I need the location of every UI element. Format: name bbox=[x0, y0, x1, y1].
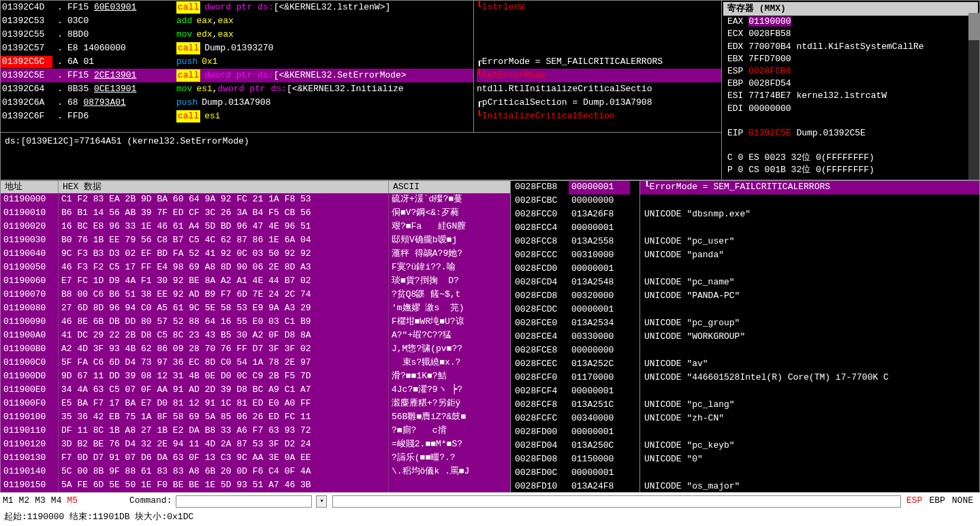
register-row[interactable] bbox=[723, 139, 978, 152]
stack-val: 00320000 bbox=[569, 290, 630, 303]
register-row[interactable]: ESP 0028FCB8 bbox=[723, 65, 978, 78]
hex-row[interactable]: 01190010B6 B1 14 56 AB 39 7F ED CF 3C 26… bbox=[1, 207, 510, 220]
stack-addresses[interactable]: 0028FCB8000000010028FCBC000000000028FCC0… bbox=[511, 181, 640, 492]
stack-row[interactable]: 0028FCD4013A2548 bbox=[511, 276, 639, 290]
m4-label[interactable]: M4 bbox=[51, 495, 62, 507]
stack-row[interactable]: 0028FCC400000001 bbox=[511, 222, 639, 235]
stack-row[interactable]: 0028FCD800320000 bbox=[511, 290, 639, 303]
stack-addr: 0028FCC4 bbox=[511, 222, 569, 235]
stack-row[interactable]: 0028FCE400330000 bbox=[511, 331, 639, 344]
stack-row[interactable]: 0028FCBC00000000 bbox=[511, 195, 639, 208]
stack-addr: 0028FD00 bbox=[511, 426, 569, 440]
stack-row[interactable]: 0028FCE0013A2534 bbox=[511, 317, 639, 331]
stack-comment: UNICODE "dbsnmp.exe" bbox=[640, 208, 979, 222]
stack-comments[interactable]: ┖ErrorMode = SEM_FAILCRITICALERRORSUNICO… bbox=[640, 181, 979, 492]
disasm-row[interactable]: 01392C57.E8 14060000callDump.01393270 bbox=[1, 42, 473, 55]
command-output[interactable] bbox=[332, 495, 901, 508]
register-row[interactable]: EDX 770070B4 ntdll.KiFastSystemCallRe bbox=[723, 41, 978, 53]
stack-row[interactable]: 0028FD10013A24F8 bbox=[511, 480, 639, 492]
stack-row[interactable]: 0028FD04013A250C bbox=[511, 440, 639, 453]
disassembly-panel[interactable]: 01392C4D.FF15 60E03901calldword ptr ds:[… bbox=[0, 0, 722, 133]
disasm-mnemonic: callDump.01393270 bbox=[176, 42, 274, 54]
hex-dump-panel[interactable]: 地址 HEX 数据 ASCII 01190000C1 F2 83 EA 2B 9… bbox=[0, 180, 511, 493]
m1-label[interactable]: M1 bbox=[3, 495, 14, 507]
none-button[interactable]: NONE bbox=[952, 495, 973, 507]
stack-val: 013A250C bbox=[569, 440, 630, 453]
hex-row[interactable]: 01190000C1 F2 83 EA 2B 9D BA 60 64 9A 92… bbox=[1, 193, 510, 207]
register-row[interactable]: EAX 01190000 bbox=[723, 16, 978, 28]
hex-row[interactable]: 011901505A FE 6D 5E 50 1E F0 BE BE 1E 5D… bbox=[1, 479, 510, 492]
ebp-button[interactable]: EBP bbox=[929, 495, 945, 507]
scrollbar[interactable] bbox=[968, 13, 979, 180]
hex-row[interactable]: 011901203D B2 BE 76 D4 32 2E 94 11 4D 2A… bbox=[1, 438, 510, 452]
register-row[interactable]: EIP 01392C5E Dump.01392C5E bbox=[723, 127, 978, 139]
hex-ascii: ?贫Q8鼷 饈~$,t bbox=[389, 289, 510, 302]
hex-row[interactable]: 011901405C 00 8B 9F 88 61 83 83 A8 6B 20… bbox=[1, 465, 510, 479]
register-row[interactable]: P 0 CS 001B 32位 0(FFFFFFFF) bbox=[723, 164, 978, 176]
command-dropdown-icon[interactable]: ▾ bbox=[316, 495, 327, 508]
stack-comment: UNICODE "WORKGROUP" bbox=[640, 331, 979, 344]
stack-row[interactable]: 0028FCC8013A2558 bbox=[511, 235, 639, 249]
scroll-thumb[interactable] bbox=[968, 13, 979, 40]
stack-row[interactable]: 0028FCB800000001 bbox=[511, 181, 639, 195]
register-row[interactable]: EBP 0028FD54 bbox=[723, 78, 978, 90]
disasm-row[interactable]: 01392C5E.FF15 2CE13901calldword ptr ds:[… bbox=[1, 69, 473, 82]
register-row[interactable]: ECX 0028FB58 bbox=[723, 28, 978, 40]
register-row[interactable]: C 0 ES 0023 32位 0(FFFFFFFF) bbox=[723, 152, 978, 164]
hex-row[interactable]: 01190130F7 0D D7 91 07 D6 DA 63 0F 13 C3… bbox=[1, 452, 510, 465]
stack-row[interactable]: 0028FD0C00000001 bbox=[511, 467, 639, 480]
hex-row[interactable]: 01190070B8 00 C6 B6 51 38 EE 92 AD B9 F7… bbox=[1, 289, 510, 302]
registers-panel[interactable]: 寄存器 (MMX) EAX 01190000ECX 0028FB58EDX 77… bbox=[722, 0, 980, 180]
m3-label[interactable]: M3 bbox=[35, 495, 46, 507]
hex-row[interactable]: 01190110DF 11 8C 1B A8 27 1B E2 DA B8 33… bbox=[1, 425, 510, 438]
stack-panel[interactable]: 0028FCB8000000010028FCBC000000000028FCC0… bbox=[511, 180, 980, 493]
disasm-row[interactable]: 01392C64.8B35 0CE13901movesi,dword ptr d… bbox=[1, 82, 473, 96]
stack-row[interactable]: 0028FCE800000000 bbox=[511, 344, 639, 358]
hex-row[interactable]: 0119009046 8E 6B DB DD 80 57 52 88 64 16… bbox=[1, 316, 510, 329]
stack-row[interactable]: 0028FCF001170000 bbox=[511, 372, 639, 385]
hex-row[interactable]: 011900C05F FA C6 6D D4 73 97 36 EC 8D C0… bbox=[1, 357, 510, 370]
hex-ascii: 滙秤 得鶮A?9她? bbox=[389, 248, 510, 261]
stack-row[interactable]: 0028FCF8013A251C bbox=[511, 399, 639, 412]
hex-row[interactable]: 01190060E7 FC 1D D9 4A F1 30 92 BE 8A A2… bbox=[1, 275, 510, 289]
disassembly-listing[interactable]: 01392C4D.FF15 60E03901calldword ptr ds:[… bbox=[1, 1, 474, 132]
stack-row[interactable]: 0028FCCC00310000 bbox=[511, 249, 639, 263]
hex-row[interactable]: 01190030B0 76 1B EE 79 56 C8 B7 C5 4C 62… bbox=[1, 234, 510, 248]
register-row[interactable]: EBX 7FFD7000 bbox=[723, 53, 978, 65]
stack-row[interactable]: 0028FCFC00340000 bbox=[511, 412, 639, 426]
hex-row[interactable]: 011900F0E5 BA F7 17 BA E7 D0 81 12 91 1C… bbox=[1, 397, 510, 411]
disasm-row[interactable]: 01392C6A.68 08793A01pushDump.013A7908 bbox=[1, 96, 473, 110]
stack-row[interactable]: 0028FCEC013A252C bbox=[511, 358, 639, 372]
hex-row[interactable]: 011900D09D 67 11 DD 39 08 12 31 4B 0E D0… bbox=[1, 370, 510, 384]
m2-label[interactable]: M2 bbox=[19, 495, 30, 507]
hex-row[interactable]: 011900A041 DC 29 22 2B D8 C5 8C 23 43 B5… bbox=[1, 329, 510, 343]
m5-label[interactable]: M5 bbox=[67, 495, 78, 507]
hex-row[interactable]: 011900E034 4A 63 C5 07 0F AA 91 AD 2D 39… bbox=[1, 384, 510, 397]
disasm-row[interactable]: 01392C6F.FFD6callesi bbox=[1, 110, 473, 123]
hex-row[interactable]: 0119010035 36 42 EB 75 1A 8F 58 69 5A 85… bbox=[1, 411, 510, 425]
command-input[interactable] bbox=[176, 495, 312, 508]
stack-row[interactable]: 0028FCC0013A26F8 bbox=[511, 208, 639, 222]
disasm-row[interactable]: 01392C4D.FF15 60E03901calldword ptr ds:[… bbox=[1, 1, 473, 14]
hex-row[interactable]: 011900B0A2 4D 3F 93 4B 62 86 09 28 70 76… bbox=[1, 343, 510, 357]
register-row[interactable] bbox=[723, 115, 978, 127]
register-row[interactable]: ESI 77174BE7 kernel32.lstrcatW bbox=[723, 90, 978, 102]
disasm-row[interactable]: 01392C5C.6A 01push0x1 bbox=[1, 55, 473, 69]
hex-row[interactable]: 011900409C F3 B3 D3 02 EF BD FA 52 41 92… bbox=[1, 248, 510, 261]
hex-row[interactable]: 0119002016 BC E8 96 33 1E 46 61 A4 5D BD… bbox=[1, 220, 510, 234]
disasm-row[interactable]: 01392C53.03C0addeax,eax bbox=[1, 14, 473, 28]
stack-row[interactable]: 0028FCD000000001 bbox=[511, 263, 639, 276]
stack-row[interactable]: 0028FD0000000001 bbox=[511, 426, 639, 440]
hex-row[interactable]: 0119008027 6D 8D 96 94 C0 A5 61 9C 5E 58… bbox=[1, 302, 510, 316]
stack-row[interactable]: 0028FCF400000001 bbox=[511, 385, 639, 399]
register-row[interactable]: EDI 00000000 bbox=[723, 103, 978, 115]
esp-button[interactable]: ESP bbox=[906, 495, 922, 507]
disasm-comment-row bbox=[477, 42, 721, 55]
hex-addr: 01190150 bbox=[1, 479, 59, 492]
hex-body[interactable]: 01190000C1 F2 83 EA 2B 9D BA 60 64 9A 92… bbox=[1, 193, 510, 492]
disasm-row[interactable]: 01392C55.8BD0movedx,eax bbox=[1, 28, 473, 42]
disassembly-comments[interactable]: ┖lstrlenW┎ErrorMode = SEM_FAILCRITICALER… bbox=[474, 1, 721, 132]
hex-row[interactable]: 0119005046 F3 F2 C5 17 FF E4 98 69 A8 8D… bbox=[1, 261, 510, 275]
stack-row[interactable]: 0028FCDC00000001 bbox=[511, 303, 639, 317]
stack-row[interactable]: 0028FD0801150000 bbox=[511, 453, 639, 467]
